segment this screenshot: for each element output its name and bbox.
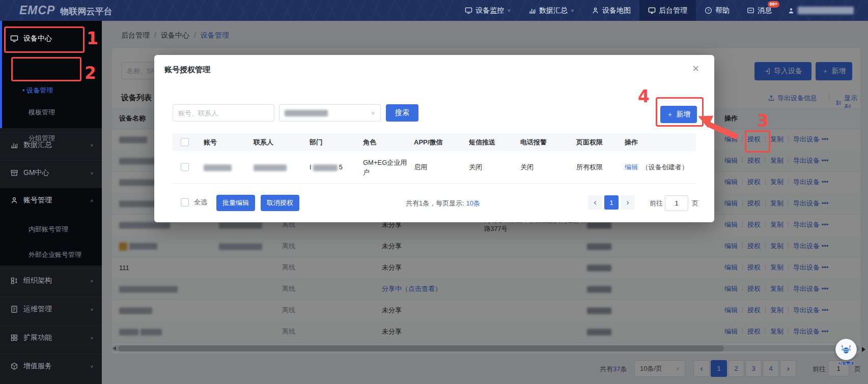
modal-goto-unit: 页 [692, 199, 698, 208]
modal-prev-page[interactable]: ‹ [588, 195, 602, 210]
modal-goto-label: 前往 [650, 199, 663, 208]
per-page-value[interactable]: 10条 [466, 199, 480, 207]
cancel-auth-button[interactable]: 取消授权 [261, 195, 299, 211]
chevron-down-icon: ∨ [90, 143, 94, 147]
redacted-account [204, 164, 232, 171]
chevron-down-icon: ∨ [90, 336, 94, 340]
sidebar-item-ops-manage[interactable]: 运维管理 ∨ [0, 297, 102, 321]
phone-alarm-cell: 关闭 [520, 163, 534, 172]
auth-account-row: I5 GM+EG企业用户 启用 关闭 关闭 所有权限 编辑 （设备创建者） [173, 151, 696, 184]
chevron-down-icon: ∨ [90, 171, 94, 175]
chart-icon [528, 7, 536, 14]
select-all-group: 全选 [181, 198, 207, 207]
topnav: 设备监控 ∨ 数据汇总 ∨ 设备地图 后台管理 ? 帮助 消 [456, 0, 868, 21]
page-permission-cell: 所有权限 [576, 163, 603, 172]
modal-goto-input[interactable] [665, 195, 688, 211]
creator-note: （设备创建者） [642, 163, 688, 171]
sidebar-item-template-manage[interactable]: 模板管理 [29, 108, 55, 117]
logo-platform-name: 物联网云平台 [60, 6, 112, 17]
sidebar-item-external-account[interactable]: 外部企业账号管理 [29, 250, 81, 259]
chart-icon [10, 141, 18, 149]
topnav-label: 帮助 [715, 6, 730, 15]
modal-page-1[interactable]: 1 [604, 195, 619, 210]
sidebar-item-label: 设备管理 [26, 86, 53, 94]
hexagon-box-icon [10, 362, 18, 370]
sidebar-item-label: 外部企业账号管理 [29, 251, 81, 258]
search-button[interactable]: 搜索 [386, 104, 418, 122]
sidebar-item-label: 增值服务 [23, 362, 52, 371]
sms-push-cell: 关闭 [469, 163, 482, 172]
app-root: EMCP 物联网云平台 设备监控 ∨ 数据汇总 ∨ 设备地图 后台管理 [0, 0, 868, 384]
ai-expand-arrow-icon[interactable] [862, 347, 865, 352]
chevron-up-icon: ∧ [90, 198, 94, 203]
topbar: EMCP 物联网云平台 设备监控 ∨ 数据汇总 ∨ 设备地图 后台管理 [0, 0, 868, 21]
sidebar-group-account: 账号管理 ∧ 内部账号管理 外部企业账号管理 [0, 188, 102, 265]
ai-assistant-widget[interactable]: AI智慧体 [831, 339, 861, 366]
modal-add-button[interactable]: ＋ 新增 [660, 106, 697, 123]
column-action: 操作 [625, 138, 638, 147]
topnav-user-account[interactable] [780, 0, 868, 21]
archive-box-icon [10, 169, 18, 177]
sidebar-item-label: 模板管理 [29, 108, 55, 116]
app-wechat-cell: 启用 [414, 163, 427, 172]
sidebar-item-label: 账号管理 [23, 196, 52, 205]
question-circle-icon: ? [705, 7, 712, 14]
account-filter-select[interactable]: ∨ [279, 104, 381, 122]
sidebar: 设备中心 ∧ • 设备管理 模板管理 分组管理 数据汇总 ∨ G [0, 21, 102, 384]
column-account: 账号 [204, 138, 217, 147]
sidebar-item-device-manage[interactable]: • 设备管理 [22, 86, 53, 95]
sidebar-item-org-structure[interactable]: 组织架构 ∨ [0, 268, 102, 293]
topnav-admin-active[interactable]: 后台管理 [639, 0, 696, 21]
sidebar-item-label: 组织架构 [23, 276, 52, 285]
account-search-input[interactable] [173, 104, 274, 122]
topnav-device-map[interactable]: 设备地图 [583, 0, 639, 21]
sidebar-item-label: 数据汇总 [23, 140, 52, 150]
topnav-device-monitor[interactable]: 设备监控 ∨ [456, 0, 519, 21]
document-icon [10, 305, 18, 313]
redacted-username [798, 7, 854, 14]
sidebar-item-extend-functions[interactable]: 扩展功能 ∨ [0, 325, 102, 350]
map-pin-person-icon [592, 7, 599, 14]
column-sms-push: 短信推送 [469, 138, 495, 147]
chevron-down-icon: ∨ [371, 110, 375, 115]
sidebar-item-label: 运维管理 [23, 305, 52, 314]
modal-total-text: 共有1条，每页显示: 10条 [406, 199, 480, 208]
sidebar-item-account-manage[interactable]: 账号管理 ∧ [0, 188, 102, 213]
topnav-help[interactable]: ? 帮助 [696, 0, 738, 21]
sidebar-item-value-added[interactable]: 增值服务 ∨ [0, 353, 102, 378]
sidebar-item-label: GM中心 [23, 168, 49, 178]
chevron-down-icon: ∨ [90, 307, 94, 312]
select-all-checkbox[interactable] [181, 198, 189, 206]
topnav-label: 设备监控 [475, 6, 504, 15]
logo: EMCP 物联网云平台 [19, 4, 112, 17]
column-app-wechat: APP/微信 [414, 138, 442, 147]
topnav-label: 设备地图 [602, 6, 631, 15]
chevron-down-icon: ∨ [90, 364, 94, 369]
sidebar-item-internal-account[interactable]: 内部账号管理 [29, 225, 68, 234]
ai-bee-icon [835, 339, 857, 360]
column-phone-alarm: 电话报警 [520, 138, 547, 147]
close-icon[interactable]: × [692, 63, 699, 74]
edit-link[interactable]: 编辑 [625, 163, 638, 171]
org-chart-icon [10, 277, 18, 285]
grid-modules-icon [10, 334, 18, 342]
column-page-permission: 页面权限 [576, 138, 603, 147]
svg-text:?: ? [707, 8, 710, 13]
computer-icon [648, 7, 656, 14]
topnav-messages[interactable]: 消息 99+ [738, 0, 780, 21]
column-contact: 联系人 [254, 138, 273, 147]
department-cell: I5 [310, 163, 343, 171]
sidebar-item-gm-center[interactable]: GM中心 ∨ [0, 160, 102, 185]
row-action-cell: 编辑 （设备创建者） [625, 163, 688, 172]
modal-next-page[interactable]: › [621, 195, 635, 210]
row-checkbox[interactable] [181, 163, 189, 171]
sidebar-item-data-summary[interactable]: 数据汇总 ∨ [0, 132, 102, 157]
modal-title: 账号授权管理 [164, 65, 210, 75]
batch-edit-button[interactable]: 批量编辑 [216, 195, 255, 211]
topnav-data-summary[interactable]: 数据汇总 ∨ [520, 0, 583, 21]
monitor-icon [465, 7, 472, 14]
select-all-checkbox[interactable] [181, 138, 189, 146]
plus-icon: ＋ [667, 110, 674, 119]
sidebar-item-device-center[interactable]: 设备中心 ∧ [0, 26, 102, 51]
redacted-select-value [285, 110, 328, 116]
